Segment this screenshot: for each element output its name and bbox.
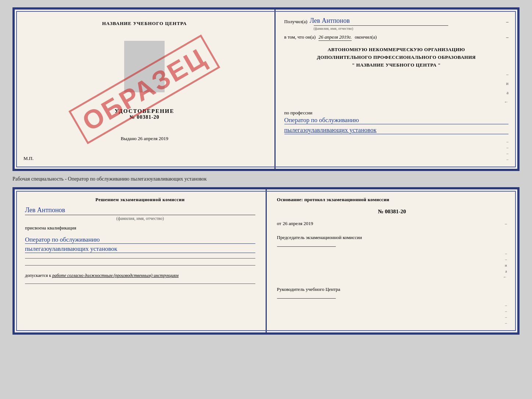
person-name-bottom: Лев Антпонов bbox=[25, 206, 255, 215]
bottom-cert-left: Решением экзаменационной комиссии Лев Ан… bbox=[15, 189, 267, 332]
top-cert-left: НАЗВАНИЕ УЧЕБНОГО ЦЕНТРА УДОСТОВЕРЕНИЕ №… bbox=[15, 10, 276, 169]
side-dash-arrow: ← bbox=[504, 99, 508, 105]
profession-line2: пылегазоулавливающих установок bbox=[284, 127, 509, 134]
top-cert-right: Получил(а) Лев Антпонов – (фамилия, имя,… bbox=[276, 10, 518, 169]
profession-line1: Оператор по обслуживанию bbox=[284, 117, 509, 124]
vydano-date: 26 апреля 2019 bbox=[138, 136, 168, 141]
chairman-label: Председатель экзаменационной комиссии bbox=[277, 235, 507, 241]
received-name: Лев Антпонов bbox=[310, 17, 350, 25]
date-value: 26 апреля 2019г. bbox=[319, 34, 352, 41]
cert-number: № 00381-20 bbox=[115, 114, 175, 120]
dash1: – bbox=[506, 19, 509, 25]
decision-text: Решением экзаменационной комиссии bbox=[25, 197, 255, 203]
school-name-top: НАЗВАНИЕ УЧЕБНОГО ЦЕНТРА bbox=[102, 21, 187, 26]
org-line2: ДОПОЛНИТЕЛЬНОГО ПРОФЕССИОНАЛЬНОГО ОБРАЗО… bbox=[284, 54, 509, 61]
protocol-number: № 00381-20 bbox=[277, 209, 507, 215]
profession-block: по профессии Оператор по обслуживанию пы… bbox=[284, 110, 509, 134]
received-label: Получил(а) bbox=[284, 19, 308, 25]
osnov-text: Основание: протокол экзаменационной коми… bbox=[277, 197, 507, 203]
udostoverenie-title: УДОСТОВЕРЕНИЕ bbox=[115, 108, 175, 114]
top-certificate: НАЗВАНИЕ УЧЕБНОГО ЦЕНТРА УДОСТОВЕРЕНИЕ №… bbox=[12, 7, 520, 171]
side-dash-i: и bbox=[506, 81, 508, 86]
head-label: Руководитель учебного Центра bbox=[277, 286, 507, 292]
допускается-block: допускается к работе согласно должностны… bbox=[25, 273, 255, 278]
profession-label: по профессии bbox=[284, 110, 509, 116]
bottom-cert-right: Основание: протокол экзаменационной коми… bbox=[267, 189, 518, 332]
qual-line1: Оператор по обслуживанию bbox=[25, 236, 255, 244]
side-dash-a: а bbox=[507, 90, 508, 96]
org-line1: АВТОНОМНУЮ НЕКОММЕРЧЕСКУЮ ОРГАНИЗАЦИЮ bbox=[284, 46, 509, 54]
assigned-text: присвоена квалификация bbox=[25, 225, 255, 231]
date-line: в том, что он(а) 26 апреля 2019г. окончи… bbox=[284, 34, 509, 41]
допускается-value: работе согласно должностным (производств… bbox=[52, 273, 179, 278]
vydano-label: Выдано bbox=[121, 136, 137, 141]
protocol-date-value: 26 апреля 2019 bbox=[283, 221, 313, 227]
qual-line2: пылегазоулавливающих установок bbox=[25, 245, 255, 253]
org-block: АВТОНОМНУЮ НЕКОММЕРЧЕСКУЮ ОРГАНИЗАЦИЮ ДО… bbox=[284, 46, 509, 69]
допускается-label: допускается к bbox=[25, 273, 51, 278]
head-signature-line bbox=[277, 298, 336, 299]
org-line3: " НАЗВАНИЕ УЧЕБНОГО ЦЕНТРА " bbox=[284, 61, 509, 69]
head-center-block: Руководитель учебного Центра bbox=[277, 286, 507, 299]
separator-text: Рабочая специальность - Оператор по обсл… bbox=[12, 175, 520, 184]
dash2: – bbox=[506, 34, 509, 40]
fio-hint-top: (фамилия, имя, отчество) bbox=[314, 26, 532, 31]
document-container: НАЗВАНИЕ УЧЕБНОГО ЦЕНТРА УДОСТОВЕРЕНИЕ №… bbox=[12, 7, 520, 335]
qual-block: Оператор по обслуживанию пылегазоулавлив… bbox=[25, 235, 255, 253]
date-prefix: в том, что он(а) bbox=[284, 34, 316, 40]
chairman-block: Председатель экзаменационной комиссии bbox=[277, 235, 507, 247]
mp-line: М.П. bbox=[24, 156, 33, 161]
fio-hint-bottom: (фамилия, имя, отчество) bbox=[25, 216, 255, 221]
blank-line2 bbox=[25, 265, 255, 266]
blank-line1 bbox=[25, 258, 255, 259]
date-suffix: окончил(а) bbox=[355, 34, 377, 40]
top-right-area: Получил(а) Лев Антпонов – (фамилия, имя,… bbox=[276, 10, 518, 169]
blank-line3 bbox=[25, 284, 255, 284]
protocol-date-prefix: от bbox=[277, 221, 281, 227]
chairman-signature-line bbox=[277, 246, 336, 247]
side-dash-u: – bbox=[506, 72, 508, 77]
photo-placeholder bbox=[124, 41, 165, 92]
protocol-date: от 26 апреля 2019 – bbox=[277, 221, 507, 227]
udostoverenie-block: УДОСТОВЕРЕНИЕ № 00381-20 bbox=[115, 108, 175, 120]
bottom-certificate: Решением экзаменационной комиссии Лев Ан… bbox=[12, 187, 520, 335]
vydano-line: Выдано 26 апреля 2019 bbox=[121, 136, 168, 142]
